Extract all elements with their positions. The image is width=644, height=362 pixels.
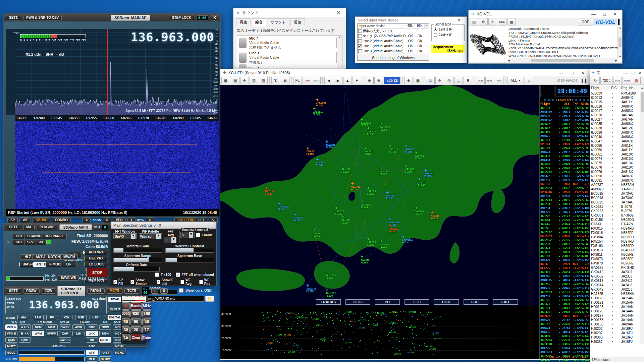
nch4-button[interactable]: NCH4 [113,344,126,349]
map-aircraft[interactable]: ✈JAL2183FL244 [361,200,371,208]
sound-tab-3[interactable]: 通信 [290,18,305,26]
acars-flight-row[interactable]: JAL215H 22001-28265/ 67 [540,282,590,286]
contact-row[interactable]: 6J0016×JA804X [590,104,644,109]
contact-row[interactable]: 6J0055×JA811X [590,143,644,148]
acars-flight-row[interactable]: JAL664▾ 22298-25253/ 94 [540,218,590,222]
device-item[interactable]: Mic 7Virtual Audio Cable現在利用できません [237,36,342,50]
close-icon[interactable]: ✕ [454,17,464,23]
map-aircraft[interactable]: ✈CK0221FL221 [389,224,399,233]
acars-flight-row[interactable]: ANA734▸ 28002-38251/104 [540,206,590,210]
map-aircraft[interactable]: ✈JAL1812FL120 [326,288,336,297]
nfm-button[interactable]: NFM [32,324,44,330]
contact-row[interactable]: 6J0013×JA804X [590,96,644,100]
key-Enter[interactable]: Enter [142,334,152,341]
map-button-exit[interactable]: EXIT [493,299,518,305]
map-aircraft[interactable]: ✈JAL434FL236 [415,206,424,215]
acars-flight-row[interactable]: JAL663H 23999-32259/ 90 [540,162,590,166]
contact-row[interactable]: HJ0207×JA16FJ [590,331,644,335]
scrollbar-up-icon[interactable]: ▲ [425,24,429,28]
acars-flight-row[interactable]: JAL645H 26024-32254/111 [540,222,590,226]
map-aircraft[interactable]: ✈ANA8510FL320 [402,235,413,244]
key-80[interactable]: 480 [122,318,130,325]
contact-row[interactable]: 6J0020×JA67AN [590,113,644,117]
refresh-rate-slider[interactable] [113,267,160,272]
acars-flight-row[interactable]: JAL191H 18375-21283/ 64 [540,106,590,110]
agc-off-button[interactable]: OFF [86,350,98,355]
acars-flight-row[interactable]: JAL115▾ 14499-10276/ 51 [540,298,590,302]
map-button-moni[interactable]: MONI [345,299,370,305]
vfo-b-button[interactable]: VFO B [5,331,17,336]
plugins-button[interactable]: PLUGINS [37,225,57,230]
mode-cw[interactable]: CW [61,315,72,320]
acars-flight-row[interactable]: JAL627H 24003-32258/ 91 [540,122,590,126]
filter-6000-button[interactable]: 6000 [86,324,98,330]
map-display[interactable]: ✈JAL3526FL380✈JAL3510FL360✈JAL2010FL360✈… [220,85,539,306]
contact-row[interactable]: 6J0074×JA813X [590,157,644,161]
filter-select[interactable]: ALL ▼ [507,77,524,84]
nboff-button[interactable]: NBOFF [99,337,111,343]
key-Clear[interactable]: Clear [130,334,142,341]
lif-button[interactable]: LIF [61,262,76,267]
map-aircraft[interactable]: ✈ANA873FL200 [294,213,304,222]
map-aircraft[interactable]: ✈ANA737FL230 [405,144,415,153]
map-button-tracks[interactable]: TRACKS [316,299,341,305]
acars-flight-row[interactable]: JAL29▸ 40001-53263/150 [540,226,590,230]
mode-lsb[interactable]: LSB [90,315,101,320]
tmi-select[interactable]: 5▼ [180,232,195,238]
save-ws-button[interactable]: SAVE WS [58,275,79,281]
contact-row[interactable]: 6J0017×JA803X [590,109,644,113]
aircraft-icon[interactable]: ✈ [435,77,444,84]
map-aircraft[interactable]: ✈CES753FL330 [351,182,361,191]
nr-button[interactable]: NR [86,337,98,343]
wave-device-row[interactable]: 標準の入力デバイス [358,28,429,34]
wf-tab[interactable]: WF [19,218,31,223]
folder-icon[interactable]: 📁 [205,296,214,302]
contact-row[interactable]: 6J0091×JA807X [590,178,644,183]
report-icon[interactable]: ▥ [250,77,258,84]
close-icon[interactable]: X [211,15,218,20]
palette-icon[interactable]: ▩ [632,77,641,84]
agc-fast-button[interactable]: FAST [99,350,111,355]
peak-button[interactable]: PEAK [108,297,122,302]
map-button-2d[interactable]: 2D [375,299,400,305]
map-aircraft[interactable]: ✈JAL188FL180 [341,165,351,173]
acars-flight-row[interactable]: ANA454▸ 38978-50261/149 [540,158,590,162]
contact-row[interactable]: CR0061×87-3602 [590,213,644,218]
spwf-tab[interactable]: SP+WF [33,218,50,223]
acars-flight-row[interactable]: NCA225▸ 35997-45259/138 [540,266,590,270]
contact-row[interactable]: 6J0076×JA810X [590,165,644,170]
zoom-out-icon[interactable]: ⊖ [374,77,383,84]
acars-flight-row[interactable]: JAL2204H 25580-32258/ 94 [540,338,590,342]
osd-checkbox[interactable]: ✓ [179,288,183,293]
mw-fm-button[interactable]: MW/FM [60,254,78,260]
contact-row[interactable]: ET3331×ET-AVN [590,222,644,226]
wheel-icon[interactable]: ⚙ [479,18,488,25]
digital-button[interactable]: DIGITAL [108,315,122,320]
key-30[interactable]: 130 [122,326,130,334]
pan-left-icon[interactable]: ◀ [324,77,333,84]
wave-device-row[interactable]: Line 2 (Virtual Audio Cable)OKOK [358,39,429,44]
antenna-icon[interactable]: ☡ [271,77,280,84]
close-icon[interactable]: ✕ [637,70,643,75]
layout-icon[interactable]: ▤ [231,77,239,84]
spectrum-display[interactable]: -72-74-76-78-80-82-84-86-88-90-92-94-96-… [6,29,219,115]
vscrollbar[interactable] [640,91,644,344]
close-icon[interactable]: X [160,288,168,294]
acars-flight-row[interactable]: JAL114H 21611-24255/ 84 [540,306,590,310]
acars-flight-row[interactable]: JAL2234▸ 27998-38254/108 [540,170,590,174]
contact-row[interactable]: FX0018×N584FE [590,231,644,235]
acars-flight-row[interactable]: ANA8515▸ 34004-41259/137 [540,278,590,282]
swfm-button[interactable]: SWFM [46,331,58,336]
map-aircraft[interactable]: ✈JAL3026FL140 [326,270,336,279]
mode-sam[interactable]: SAM [32,315,44,320]
close-icon[interactable]: ✕ [334,10,343,15]
acars-flight-row[interactable]: KAL9267H 33005N/AN/A [540,314,590,318]
map-aircraft[interactable]: ✈ANA464FL340 [316,158,326,167]
contact-row[interactable]: CK0221×B-2079 [590,204,644,209]
volume-slider[interactable] [19,357,85,361]
acars-flight-row[interactable]: ANA745▸ 38996-50259/137 [540,274,590,278]
sett-button[interactable]: SETT. [6,225,21,230]
acars-flight-row[interactable]: JAL2183H 24402-32260/ 75 [540,186,590,190]
contact-row[interactable]: FX9878×N596FE [590,261,644,265]
pan-down-icon[interactable]: ▼ [353,77,361,84]
